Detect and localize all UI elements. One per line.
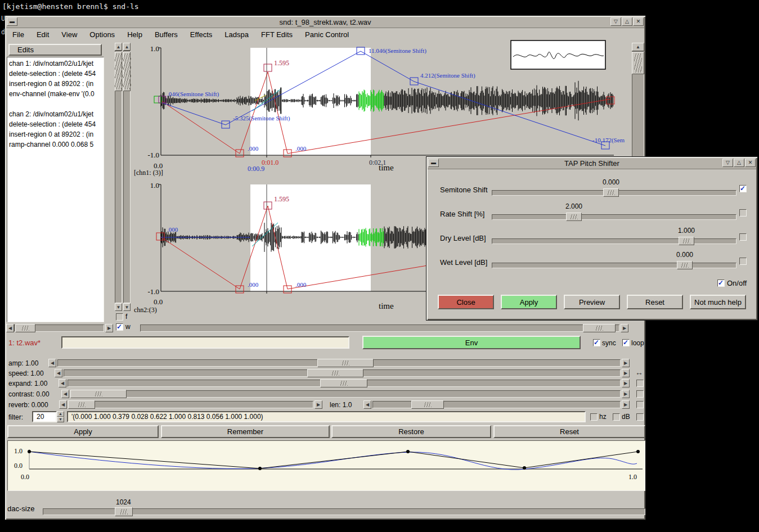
filter-order-input[interactable]: 20	[32, 411, 57, 422]
envelope-editor-canvas[interactable]	[8, 441, 645, 490]
spin-up-icon[interactable]: ▲	[57, 411, 64, 417]
reverb-len-slider[interactable]	[372, 401, 621, 408]
list-item[interactable]: insert-region 0 at 89202 : (in	[7, 129, 104, 139]
contrast-slider[interactable]	[70, 390, 621, 398]
menu-item-effects[interactable]: Effects	[184, 30, 219, 39]
arrow-right-icon[interactable]: ▶	[315, 400, 322, 409]
window-titlebar[interactable]: ▬ snd: t_98_strekt.wav, t2.wav ▽ △ ✕	[6, 17, 644, 28]
list-item[interactable]: insert-region 0 at 89202 : (in	[7, 79, 104, 89]
arrow-right-icon[interactable]: ▶	[622, 379, 630, 387]
expand-slider-thumb[interactable]	[320, 379, 367, 387]
close-button[interactable]: Close	[438, 295, 494, 309]
list-item[interactable]: ramp-channel 0.000 0.068 5	[7, 139, 104, 150]
hz-checkbox[interactable]	[590, 413, 598, 421]
f-checkbox[interactable]	[116, 313, 123, 321]
scrollbar-thumb[interactable]	[115, 52, 122, 91]
filter-checkbox[interactable]	[636, 413, 644, 421]
reset-button[interactable]: Reset	[627, 295, 683, 309]
list-item[interactable]: delete-selection : (delete 454	[7, 69, 104, 79]
contrast-checkbox[interactable]	[636, 390, 644, 398]
menu-item-edit[interactable]: Edit	[30, 30, 55, 39]
menu-item-options[interactable]: Options	[83, 30, 121, 39]
scrollbar-thumb[interactable]	[15, 324, 35, 332]
filter-envelope-input[interactable]: '(0.000 1.000 0.379 0.028 0.622 1.000 0.…	[67, 411, 586, 422]
arrow-left-icon[interactable]: ◀	[55, 369, 62, 377]
reverb-slider-thumb[interactable]	[68, 400, 95, 409]
scrollbar-thumb[interactable]	[123, 52, 131, 91]
sync-checkbox[interactable]	[593, 339, 600, 346]
dialog-titlebar[interactable]: ▬ TAP Pitch Shifter ▽ △ ✕	[428, 158, 756, 169]
scroll-up-icon[interactable]: ▲	[632, 43, 644, 51]
wet-level-slider-thumb[interactable]	[677, 261, 693, 269]
arrow-left-icon[interactable]: ◀	[59, 379, 66, 387]
restore-button[interactable]: Restore	[331, 425, 491, 438]
speed-style-arrows-icon[interactable]: ↔	[635, 368, 643, 377]
scroll-up-icon[interactable]: ▲	[123, 43, 131, 51]
arrow-left-icon[interactable]: ◀	[363, 400, 371, 409]
window-shade-button[interactable]: ▽	[722, 159, 733, 167]
scroll-up-icon[interactable]: ▲	[115, 43, 122, 51]
reverb-slider[interactable]	[68, 401, 313, 408]
remember-button[interactable]: Remember	[161, 425, 330, 438]
window-shade-button[interactable]: ▽	[610, 17, 621, 26]
env-button[interactable]: Env	[362, 336, 581, 349]
scroll-left-icon[interactable]: ◀	[6, 324, 14, 332]
dry-level-slider[interactable]	[492, 238, 736, 244]
list-item[interactable]: delete-selection : (delete 454	[7, 119, 104, 129]
dry-level-slider-thumb[interactable]	[679, 237, 694, 245]
menu-item-fft-edits[interactable]: FFT Edits	[255, 30, 299, 39]
scroll-right-icon[interactable]: ▶	[105, 324, 113, 332]
scroll-right-icon[interactable]: ▶	[621, 324, 628, 332]
arrow-right-icon[interactable]: ▶	[622, 390, 630, 398]
menu-item-help[interactable]: Help	[121, 30, 149, 39]
arrow-right-icon[interactable]: ▶	[622, 359, 630, 367]
list-item[interactable]: env-channel (make-env '(0.0	[7, 89, 104, 99]
file-label[interactable]: 1: t2.wav*	[8, 339, 41, 347]
filename-input[interactable]	[61, 336, 349, 349]
reverb-checkbox[interactable]	[636, 401, 644, 408]
red-envelope-chan1[interactable]	[161, 72, 611, 154]
dry-level-checkbox[interactable]	[739, 233, 747, 241]
menu-item-file[interactable]: File	[6, 30, 30, 39]
list-item[interactable]: chan 1: /div/notam02/u1/kjet	[7, 58, 104, 69]
scroll-down-icon[interactable]: ▼	[115, 303, 122, 311]
dac-size-slider-thumb[interactable]	[115, 507, 133, 516]
loop-checkbox[interactable]	[622, 339, 630, 346]
apply-button[interactable]: Apply	[7, 425, 159, 438]
wet-level-checkbox[interactable]	[739, 258, 747, 265]
onoff-checkbox[interactable]	[717, 279, 725, 287]
amp-slider-thumb[interactable]	[317, 359, 374, 367]
dac-size-slider[interactable]	[43, 508, 645, 515]
contrast-slider-thumb[interactable]	[70, 390, 127, 398]
envelope-editor[interactable]	[7, 440, 645, 491]
arrow-right-icon[interactable]: ▶	[622, 369, 630, 377]
w-checkbox[interactable]	[116, 323, 123, 331]
spin-down-icon[interactable]: ▼	[57, 417, 64, 422]
window-close-button[interactable]: ✕	[745, 159, 756, 167]
scroll-down-icon[interactable]: ▼	[123, 303, 131, 311]
rate-shift-slider-thumb[interactable]	[566, 213, 582, 221]
reset-button[interactable]: Reset	[493, 425, 645, 438]
menu-item-ladspa[interactable]: Ladspa	[218, 30, 255, 39]
window-maximize-button[interactable]: △	[734, 159, 744, 167]
rate-shift-checkbox[interactable]	[739, 209, 747, 217]
window-maximize-button[interactable]: △	[622, 17, 632, 26]
preview-button[interactable]: Preview	[564, 295, 620, 309]
menu-item-view[interactable]: View	[55, 30, 83, 39]
rate-shift-slider[interactable]	[492, 214, 736, 220]
arrow-left-icon[interactable]: ◀	[59, 400, 67, 409]
scrollbar-thumb[interactable]	[632, 52, 644, 74]
menu-item-panic-control[interactable]: Panic Control	[299, 30, 355, 39]
speed-slider-thumb[interactable]	[307, 369, 363, 377]
wet-level-slider[interactable]	[492, 263, 736, 268]
arrow-left-icon[interactable]: ◀	[48, 359, 56, 367]
window-close-button[interactable]: ✕	[633, 17, 644, 26]
expand-checkbox[interactable]	[636, 380, 644, 387]
scrollbar-thumb[interactable]	[583, 324, 616, 332]
help-button[interactable]: Not much help	[690, 295, 746, 309]
edits-list[interactable]: chan 1: /div/notam02/u1/kjet delete-sele…	[7, 57, 104, 322]
arrow-right-icon[interactable]: ▶	[622, 400, 630, 409]
menu-item-buffers[interactable]: Buffers	[149, 30, 184, 39]
db-checkbox[interactable]	[613, 413, 620, 421]
apply-button[interactable]: Apply	[501, 295, 557, 309]
